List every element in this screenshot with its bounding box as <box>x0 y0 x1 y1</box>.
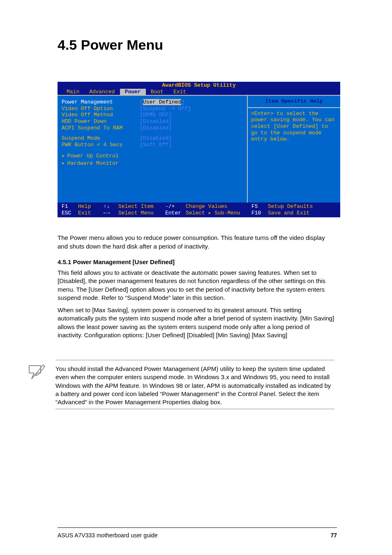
tab-main[interactable]: Main <box>62 89 84 95</box>
intro-paragraph: The Power menu allows you to reduce powe… <box>58 234 334 251</box>
bios-screenshot: AwardBIOS Setup Utility Main Advanced Po… <box>58 82 340 217</box>
section-paragraph-1: This field allows you to activate or dea… <box>58 269 334 302</box>
item-label: Video Off Method <box>62 112 140 118</box>
submenu-power-up-control[interactable]: ▸Power Up Control <box>62 153 243 159</box>
label-select-item: Select Item <box>118 203 165 210</box>
submenu-arrow-icon: ▸ <box>62 160 65 166</box>
item-label: ACPI Suspend To RAM <box>62 125 140 131</box>
item-value: [Disabled] <box>140 135 172 142</box>
section-paragraph-2: When set to [Max Saving], system power i… <box>58 306 334 339</box>
label-select-menu: Select Menu <box>118 210 165 216</box>
submenu-label: Hardware Monitor <box>67 160 119 166</box>
item-label: Video Off Option <box>62 106 140 112</box>
key-enter: Enter <box>165 210 186 216</box>
item-value: [Disabled] <box>140 118 172 125</box>
item-acpi-suspend[interactable]: ACPI Suspend To RAM [Disabled] <box>62 125 243 131</box>
page-footer: ASUS A7V333 motherboard user guide 77 <box>58 527 337 539</box>
item-video-off-method[interactable]: Video Off Method [DPMS OFF] <box>62 112 243 118</box>
bios-help-panel: Item Specific Help <Enter> to select the… <box>247 96 340 203</box>
key-esc: ESC <box>62 210 78 216</box>
item-value: [[User Defined]User Defined] <box>140 99 184 106</box>
page-number: 77 <box>330 532 337 539</box>
bios-title: AwardBIOS Setup Utility <box>58 82 340 89</box>
subsection-title: 4.5.1 Power Management [User Defined] <box>58 258 334 266</box>
bios-footer: F1 Help ↑↓ Select Item -/+ Change Values… <box>58 203 340 217</box>
help-text: <Enter> to select the power saving mode.… <box>248 108 340 203</box>
bios-body: Power Management [[User Defined]User Def… <box>58 95 340 203</box>
note-block: You should install the Advanced Power Ma… <box>49 360 334 409</box>
bios-left-panel: Power Management [[User Defined]User Def… <box>58 96 247 203</box>
item-label: Suspend Mode <box>62 135 140 142</box>
item-video-off-option[interactable]: Video Off Option [Suspend -> Off] <box>62 106 243 112</box>
arrows-up-down-icon: ↑↓ <box>104 203 118 210</box>
label-exit: Exit <box>78 210 104 216</box>
label-setup-defaults: Setup Defaults <box>268 203 313 210</box>
key-f5: F5 <box>251 203 268 210</box>
item-power-management[interactable]: Power Management [[User Defined]User Def… <box>62 99 243 106</box>
item-label: Power Management <box>62 99 140 106</box>
item-suspend-mode[interactable]: Suspend Mode [Disabled] <box>62 135 243 142</box>
label-help: Help <box>78 203 104 210</box>
help-title: Item Specific Help <box>248 96 340 108</box>
tab-boot[interactable]: Boot <box>146 89 168 95</box>
submenu-hardware-monitor[interactable]: ▸Hardware Monitor <box>62 160 243 167</box>
item-value: [Disabled] <box>140 125 172 131</box>
item-value: [Suspend -> Off] <box>140 106 191 112</box>
key-f10: F10 <box>251 210 268 216</box>
tab-advanced[interactable]: Advanced <box>84 89 120 95</box>
footer-row-1: F1 Help ↑↓ Select Item -/+ Change Values… <box>62 203 336 210</box>
submenu-arrow-icon: ▸ <box>62 153 65 159</box>
item-value: [Soft Off] <box>140 142 172 148</box>
footer-left: ASUS A7V333 motherboard user guide <box>58 532 158 539</box>
tab-exit[interactable]: Exit <box>168 89 191 95</box>
arrows-left-right-icon: ←→ <box>104 210 118 216</box>
section-heading: 4.5 Power Menu <box>58 37 334 53</box>
item-pwr-button[interactable]: PWR Button < 4 Secs [Soft Off] <box>62 142 243 148</box>
footer-row-2: ESC Exit ←→ Select Menu Enter Select ▸ S… <box>62 210 336 216</box>
key-plusminus: -/+ <box>165 203 186 210</box>
item-label: HDD Power Down <box>62 118 140 125</box>
body-text: The Power menu allows you to reduce powe… <box>58 234 334 409</box>
item-value: [DPMS OFF] <box>140 112 172 118</box>
label-change-values: Change Values <box>186 203 251 210</box>
item-label: PWR Button < 4 Secs <box>62 142 140 148</box>
tab-power[interactable]: Power <box>120 89 146 95</box>
note-icon <box>27 363 46 381</box>
label-select-submenu: Select ▸ Sub-Menu <box>186 210 251 216</box>
item-hdd-power-down[interactable]: HDD Power Down [Disabled] <box>62 118 243 125</box>
key-f1: F1 <box>62 203 78 210</box>
label-save-exit: Save and Exit <box>268 210 309 216</box>
bios-tabs: Main Advanced Power Boot Exit <box>58 89 340 95</box>
note-text: You should install the Advanced Power Ma… <box>49 362 334 409</box>
submenu-label: Power Up Control <box>67 153 119 159</box>
